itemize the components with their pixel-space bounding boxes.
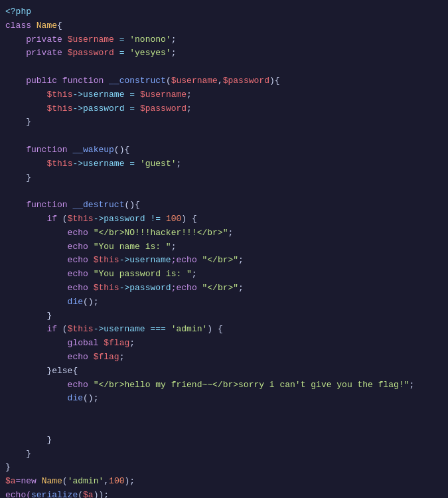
token: } — [5, 462, 11, 472]
token: if — [5, 214, 62, 224]
code-text — [5, 60, 11, 74]
code-line: $this->username = $username; — [0, 88, 448, 102]
token: $flag — [104, 338, 129, 348]
code-line: echo "You name is: "; — [0, 240, 448, 254]
code-line: } — [0, 171, 448, 185]
code-text: function __destruct(){ — [5, 199, 140, 212]
code-text: echo "You name is: "; — [5, 240, 176, 254]
token: private — [5, 48, 68, 58]
token: serialize — [31, 490, 78, 498]
token: -> — [72, 90, 83, 100]
token: ; — [238, 255, 244, 265]
token: password — [104, 214, 145, 224]
token: -> — [94, 214, 104, 224]
code-text: if ($this->password != 100) { — [5, 212, 197, 226]
code-text: echo "</br>hello my friend~~</br>sorry i… — [5, 378, 414, 392]
token: 100 — [166, 214, 181, 224]
token: ; — [187, 104, 192, 114]
token: ; — [187, 90, 192, 100]
code-text: echo $flag; — [5, 351, 124, 365]
code-text: } — [5, 448, 31, 461]
code-line: echo "You password is: "; — [0, 268, 448, 282]
token: "You password is: " — [94, 269, 192, 279]
token: "</br>NO!!!hacker!!!</br>" — [94, 228, 228, 238]
code-line: echo $flag; — [0, 351, 448, 365]
code-line: if ($this->password != 100) { — [0, 212, 448, 226]
token: = — [124, 90, 139, 100]
code-line: if ($this->username === 'admin') { — [0, 323, 448, 337]
token: (); — [83, 393, 98, 403]
code-line: <?php — [0, 5, 448, 19]
code-line — [0, 420, 448, 434]
code-line: }else{ — [0, 365, 448, 378]
token: -> — [119, 255, 130, 265]
code-line: echo $this->password;echo "</br>"; — [0, 282, 448, 295]
token: $username — [68, 35, 114, 44]
token: username — [83, 159, 124, 169]
token: function — [5, 145, 72, 155]
code-line: function __destruct(){ — [0, 199, 448, 212]
token: (); — [83, 297, 98, 307]
code-editor: <?phpclass Name{ private $username = 'no… — [0, 0, 448, 498]
code-line: $a=new Name('admin',100); — [0, 475, 448, 489]
token: "You name is: " — [94, 242, 171, 252]
token: echo — [5, 228, 94, 238]
token: die — [5, 393, 83, 403]
code-text: <?php — [5, 5, 31, 19]
token: != — [145, 214, 166, 224]
code-line: } — [0, 448, 448, 461]
token: ( — [166, 76, 171, 86]
token: "</br>" — [202, 283, 238, 293]
token: __construct — [109, 76, 166, 86]
token: $a — [5, 476, 16, 486]
token: -> — [94, 324, 104, 334]
code-line: echo(serialize($a)); — [0, 489, 448, 498]
token: ; — [119, 352, 125, 362]
code-line: function __wakeup(){ — [0, 143, 448, 157]
token: $this — [68, 324, 94, 334]
code-text: $a=new Name('admin',100); — [5, 475, 135, 489]
token: 'guest' — [140, 159, 177, 169]
code-text: } — [5, 309, 52, 323]
token: 'yesyes' — [129, 48, 171, 58]
token: , — [218, 76, 223, 86]
token: die — [5, 297, 83, 307]
token: <?php — [5, 7, 31, 17]
token: function — [5, 200, 72, 210]
code-text: public function __construct($username,$p… — [5, 74, 280, 88]
token: ){ — [269, 76, 280, 86]
token: ; — [129, 338, 135, 348]
token: } — [5, 435, 52, 445]
token: $a — [83, 490, 94, 498]
code-text: echo "</br>NO!!!hacker!!!</br>"; — [5, 226, 233, 240]
token: $this — [68, 214, 94, 224]
token: ( — [78, 490, 83, 498]
token: = — [124, 104, 139, 114]
token: echo — [5, 269, 94, 279]
token: { — [57, 21, 62, 31]
code-text: class Name{ — [5, 19, 62, 33]
token: "</br>hello my friend~~</br>sorry i can'… — [94, 380, 410, 390]
token: } — [5, 311, 52, 321]
token: echo — [5, 255, 94, 265]
token: "</br>" — [202, 255, 238, 265]
code-line: private $password = 'yesyes'; — [0, 46, 448, 60]
code-text: $this->username = 'guest'; — [5, 157, 181, 171]
code-line: die(); — [0, 295, 448, 309]
code-text: } — [5, 434, 52, 448]
code-text: $this->password = $password; — [5, 102, 192, 116]
token: function — [62, 76, 109, 86]
token: $this — [46, 159, 72, 169]
token: ; — [171, 35, 177, 44]
code-text: $this->username = $username; — [5, 88, 192, 102]
token: $username — [171, 76, 218, 86]
token: ; — [228, 228, 233, 238]
code-line: class Name{ — [0, 19, 448, 33]
token: , — [104, 476, 109, 486]
token: = — [124, 159, 139, 169]
token: Name — [37, 21, 57, 31]
token: username — [104, 324, 145, 334]
token: ;echo — [171, 255, 202, 265]
code-text — [5, 406, 11, 420]
token — [5, 104, 46, 114]
